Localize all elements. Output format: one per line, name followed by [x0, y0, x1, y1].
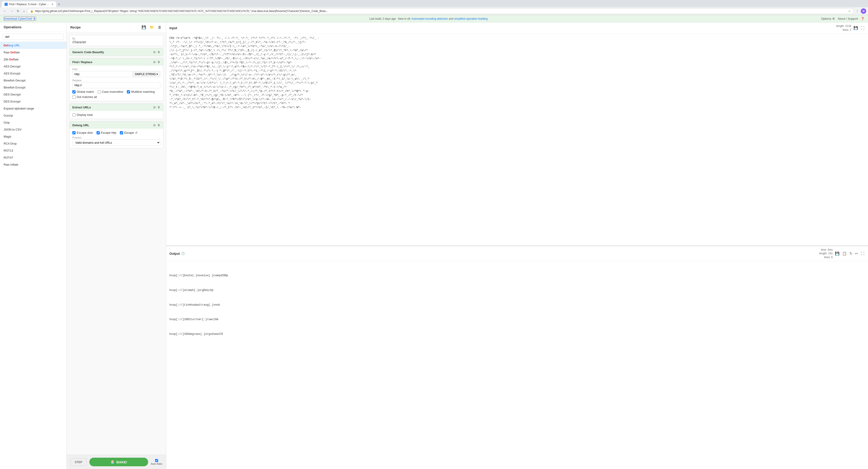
defang-url-disable-btn[interactable]: ⊘ — [153, 123, 156, 127]
multiline-matching-option[interactable]: Multiline matching — [127, 90, 155, 93]
sidebar-item-rc4-drop[interactable]: RC4 Drop — [0, 140, 66, 147]
new-tab-button[interactable]: + — [56, 1, 62, 7]
sidebar-item-gzip[interactable]: Gzip — [0, 119, 66, 126]
tab-favicon — [4, 3, 8, 6]
sidebar-item-rot47[interactable]: ROT47 — [0, 154, 66, 161]
sidebar-item-aes-encrypt[interactable]: AES Encrypt — [0, 70, 66, 77]
encoding-detection-link[interactable]: Automated encoding detection — [411, 17, 448, 20]
process-select[interactable]: Valid domains and full URLs — [72, 139, 160, 146]
banner-text: Last build: 2 days ago · New in v8: — [370, 17, 411, 20]
multiline-matching-checkbox[interactable] — [127, 90, 130, 93]
back-button[interactable]: ← — [2, 8, 8, 14]
recipe-area: Recipe 💾 📁 🗑 By Character Generic Code B… — [67, 22, 166, 469]
input-panel-title: Input — [169, 26, 177, 30]
sidebar-item-blowfish-decrypt[interactable]: Blowfish Decrypt — [0, 77, 66, 84]
output-line-1: hxxp[://]bnote[.]novelux[.]comqvE6Rp — [169, 273, 865, 278]
generic-code-beautify-card: Generic Code Beautify ⊘ ⏸ — [69, 48, 163, 56]
tab-title: Find / Replace, 5 more - CyberC... — [9, 3, 50, 6]
generic-code-beautify-disable-btn[interactable]: ⊘ — [153, 50, 156, 54]
profile-button[interactable]: M — [861, 8, 866, 14]
load-recipe-button[interactable]: 📁 — [149, 25, 155, 30]
output-refresh-button[interactable]: ↻ — [849, 251, 853, 256]
sidebar-item-zlib-deflate-rest: late — [14, 58, 19, 61]
sidebar-item-gunzip[interactable]: Gunzip — [0, 112, 66, 119]
sidebar-item-defang-url[interactable]: Defang URL — [0, 42, 66, 49]
escape-slashes-label: Escape :// — [124, 131, 137, 135]
find-replace-pause-btn[interactable]: ⏸ — [157, 60, 160, 64]
operations-search-input[interactable] — [3, 34, 64, 40]
generic-code-beautify-pause-btn[interactable]: ⏸ — [157, 50, 160, 54]
input-textarea[interactable]: CMd /V:C"se^t -^@^$=-_\^ _/- ^\-_ /-\ /^… — [166, 34, 868, 245]
sidebar-item-blowfish-encrypt[interactable]: Blowfish Encrypt — [0, 84, 66, 91]
active-tab[interactable]: Find / Replace, 5 more - CyberC... ✕ — [2, 1, 56, 7]
display-total-option[interactable]: Display total — [72, 113, 160, 117]
download-cyberchef-button[interactable]: Download CyberChef ⬇ — [4, 17, 36, 21]
escape-http-option[interactable]: Escape http — [97, 131, 117, 135]
save-recipe-button[interactable]: 💾 — [141, 25, 147, 30]
about-support-button[interactable]: About / Support — [838, 17, 858, 20]
find-input[interactable] — [72, 71, 132, 77]
output-save-button[interactable]: 💾 — [835, 251, 840, 256]
global-match-checkbox[interactable] — [72, 90, 75, 93]
home-button[interactable]: ⌂ — [22, 8, 26, 14]
extract-urls-disable-btn[interactable]: ⊘ — [153, 106, 156, 109]
browser-tabs: Find / Replace, 5 more - CyberC... ✕ + — [0, 0, 868, 7]
output-copy-button[interactable]: 📋 — [842, 251, 847, 256]
help-icon[interactable]: ❓ — [861, 17, 864, 20]
sidebar-item-json-to-csv[interactable]: JSON to CSV — [0, 126, 66, 133]
step-button[interactable]: STEP — [70, 458, 87, 466]
defang-url-pause-btn[interactable]: ⏸ — [157, 123, 160, 127]
global-match-label: Global match — [77, 90, 94, 93]
dot-matches-all-checkbox[interactable] — [72, 95, 75, 99]
output-expand-button[interactable]: ⛶ — [860, 251, 865, 256]
sidebar-item-rot13[interactable]: ROT13 — [0, 147, 66, 154]
sidebar-item-des-decrypt[interactable]: DES Decrypt — [0, 91, 66, 98]
output-line-2: hxxp[://]atimah[.]orgEmicXp — [169, 288, 865, 293]
display-total-checkbox[interactable] — [72, 113, 75, 117]
escape-dots-checkbox[interactable] — [72, 131, 75, 135]
auto-bake-checkbox[interactable] — [155, 459, 158, 462]
bookmark-icon[interactable]: ☆ — [848, 9, 851, 13]
escape-slashes-checkbox[interactable] — [120, 131, 123, 135]
replace-input[interactable] — [72, 82, 160, 88]
find-type-button[interactable]: SIMPLE STRING ▾ — [132, 71, 160, 77]
refresh-button[interactable]: ↻ — [16, 8, 21, 14]
extract-urls-pause-btn[interactable]: ⏸ — [157, 106, 160, 109]
input-save-button[interactable]: 💾 — [853, 25, 859, 31]
input-lines-value: 1 — [850, 28, 851, 31]
case-insensitive-option[interactable]: Case insensitive — [98, 90, 123, 93]
bake-button[interactable]: 🧁 BAKE! — [89, 458, 148, 466]
input-expand-button[interactable]: ⛶ — [860, 26, 865, 31]
sidebar-item-des-encrypt[interactable]: DES Encrypt — [0, 98, 66, 105]
output-undo-button[interactable]: ↩ — [855, 251, 859, 256]
options-button[interactable]: Options ⚙ — [821, 17, 835, 20]
sidebar-item-rot13-label: ROT13 — [4, 149, 13, 152]
global-match-option[interactable]: Global match — [72, 90, 94, 93]
multiline-matching-label: Multiline matching — [131, 90, 155, 93]
escape-dots-label: Escape dots — [77, 131, 93, 135]
download-icon: ⬇ — [33, 17, 35, 20]
sidebar-item-magic[interactable]: Magic — [0, 133, 66, 140]
escape-http-checkbox[interactable] — [97, 131, 100, 135]
forward-button[interactable]: → — [9, 8, 14, 14]
tab-close-btn[interactable]: ✕ — [51, 3, 53, 6]
escape-http-label: Escape http — [101, 131, 117, 135]
find-replace-options: Global match Case insensitive Multiline … — [72, 90, 160, 93]
sidebar-item-aes-decrypt[interactable]: AES Decrypt — [0, 63, 66, 70]
sidebar-item-raw-inflate[interactable]: Raw Inflate — [0, 161, 66, 168]
sidebar-item-expand-alphabet[interactable]: Expand alphabet range — [0, 105, 66, 112]
address-bar[interactable]: 🔒 https://gchq.github.io/CyberChef/#reci… — [27, 8, 854, 14]
escape-dots-option[interactable]: Escape dots — [72, 131, 93, 135]
escape-slashes-option[interactable]: Escape :// — [120, 131, 137, 135]
delete-recipe-button[interactable]: 🗑 — [157, 25, 162, 30]
sidebar-item-json-to-csv-label: JSON to CSV — [4, 128, 22, 131]
sidebar-item-zlib-deflate[interactable]: Zlib Deflate — [0, 56, 66, 63]
case-insensitive-checkbox[interactable] — [98, 90, 101, 93]
sidebar-item-aes-decrypt-label: AES Decrypt — [4, 65, 20, 68]
output-panel-header: Output 🕐 time: 3ms length: 161 lines: 6 … — [166, 246, 868, 261]
sidebar-item-raw-deflate[interactable]: Raw Deflate — [0, 49, 66, 56]
find-replace-disable-btn[interactable]: ⊘ — [153, 60, 156, 64]
extensions-btn[interactable]: ⋮ — [855, 8, 860, 14]
operation-building-link[interactable]: simplified operation building — [454, 17, 488, 20]
dot-matches-all-option[interactable]: Dot matches all — [72, 95, 97, 99]
